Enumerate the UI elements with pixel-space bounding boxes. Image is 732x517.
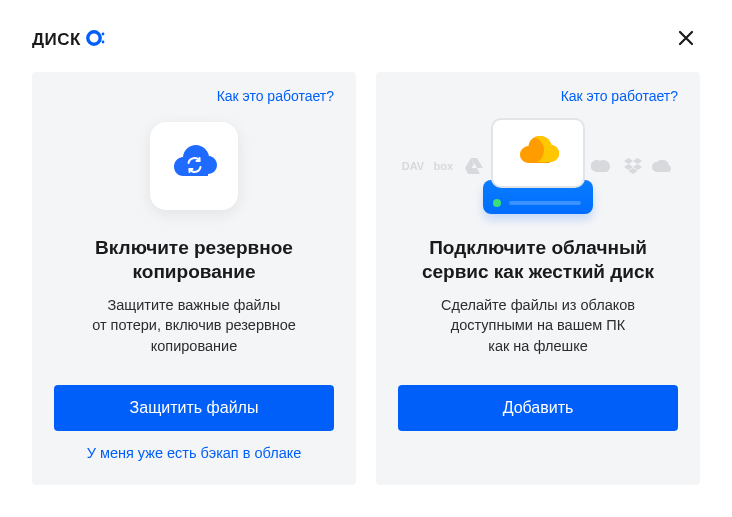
onedrive-ghost-icon — [650, 153, 676, 179]
box-ghost-icon: box — [430, 153, 456, 179]
svg-point-2 — [102, 41, 105, 44]
connect-title: Подключите облачный сервис как жесткий д… — [422, 236, 654, 285]
dav-ghost-icon: DAV — [400, 153, 426, 179]
connect-illustration: DAV box — [398, 110, 678, 222]
text: Включите резервное — [95, 237, 293, 258]
dropbox-ghost-icon — [620, 153, 646, 179]
add-button[interactable]: Добавить — [398, 385, 678, 431]
text: копирование — [151, 338, 237, 354]
svg-point-1 — [102, 33, 105, 36]
header: ДИСК — [32, 24, 700, 56]
onboarding-window: ДИСК Как это работает? — [0, 0, 732, 517]
connect-how-link[interactable]: Как это работает? — [561, 88, 678, 104]
backup-how-link[interactable]: Как это работает? — [217, 88, 334, 104]
svg-point-0 — [88, 32, 100, 44]
connect-card: Как это работает? DAV box — [376, 72, 700, 485]
close-icon — [678, 30, 694, 50]
already-have-backup-link[interactable]: У меня уже есть бэкап в облаке — [87, 445, 302, 463]
text: как на флешке — [488, 338, 588, 354]
protect-files-button[interactable]: Защитить файлы — [54, 385, 334, 431]
logo-text: ДИСК — [32, 30, 81, 50]
cloud-drive-icon — [478, 114, 598, 218]
text: копирование — [133, 261, 256, 282]
text: от потери, включив резервное — [92, 317, 296, 333]
drive-lid — [491, 118, 585, 188]
connect-subtitle: Сделайте файлы из облаков доступными на … — [441, 295, 635, 357]
text: доступными на вашем ПК — [451, 317, 625, 333]
backup-illustration — [54, 110, 334, 222]
text: Защитите важные файлы — [108, 297, 281, 313]
mailru-cloud-icon — [516, 136, 560, 170]
close-button[interactable] — [672, 26, 700, 54]
backup-card: Как это работает? — [32, 72, 356, 485]
backup-subtitle: Защитите важные файлы от потери, включив… — [92, 295, 296, 357]
text: Сделайте файлы из облаков — [441, 297, 635, 313]
cloud-sync-icon — [168, 144, 220, 188]
app-logo: ДИСК — [32, 28, 105, 52]
text: Подключите облачный — [429, 237, 647, 258]
cloud-sync-tile — [150, 122, 238, 210]
backup-title: Включите резервное копирование — [95, 236, 293, 285]
logo-o-icon — [85, 28, 105, 52]
cards-row: Как это работает? — [32, 72, 700, 485]
text: сервис как жесткий диск — [422, 261, 654, 282]
